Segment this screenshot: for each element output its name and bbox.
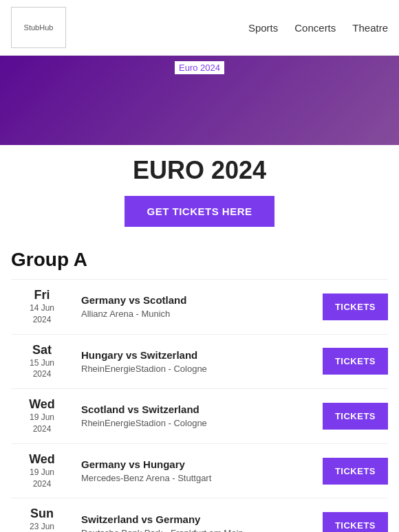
event-row: Wed 19 Jun2024 Scotland vs Switzerland R… <box>11 388 388 443</box>
event-matchup-0: Germany vs Scotland <box>81 294 314 306</box>
event-matchup-2: Scotland vs Switzerland <box>81 403 314 415</box>
main-nav: Sports Concerts Theatre <box>248 22 388 34</box>
event-row: Fri 14 Jun2024 Germany vs Scotland Allia… <box>11 279 388 334</box>
event-info-0: Germany vs Scotland Allianz Arena - Muni… <box>73 294 323 319</box>
group-a-section: Group A Fri 14 Jun2024 Germany vs Scotla… <box>0 232 399 532</box>
event-day-1: Sat <box>11 343 73 357</box>
tickets-button-3[interactable]: TICKETS <box>323 458 388 485</box>
event-date-detail-0: 14 Jun2024 <box>11 302 73 326</box>
breadcrumb: Euro 2024 <box>175 61 224 74</box>
event-info-1: Hungary vs Switzerland RheinEnergieStadi… <box>73 349 323 374</box>
tickets-button-2[interactable]: TICKETS <box>323 403 388 430</box>
event-date-0: Fri 14 Jun2024 <box>11 288 73 326</box>
event-venue-0: Allianz Arena - Munich <box>81 309 314 319</box>
event-row: Sat 15 Jun2024 Hungary vs Switzerland Rh… <box>11 334 388 389</box>
page-title: EURO 2024 <box>11 156 388 185</box>
event-date-2: Wed 19 Jun2024 <box>11 397 73 435</box>
event-row: Wed 19 Jun2024 Germany vs Hungary Merced… <box>11 443 388 498</box>
event-date-detail-2: 19 Jun2024 <box>11 412 73 435</box>
event-venue-4: Deutsche Bank Park - Frankfurt am Main <box>81 528 314 532</box>
event-day-4: Sun <box>11 507 73 521</box>
event-day-2: Wed <box>11 397 73 412</box>
hero-banner: Euro 2024 <box>0 56 399 145</box>
event-row: Sun 23 Jun2024 Switzerland vs Germany De… <box>11 498 388 532</box>
event-date-detail-3: 19 Jun2024 <box>11 467 73 490</box>
event-venue-2: RheinEnergieStadion - Cologne <box>81 418 314 428</box>
logo: StubHub <box>11 7 66 48</box>
tickets-button-1[interactable]: TICKETS <box>323 348 388 375</box>
logo-text: StubHub <box>24 23 54 32</box>
event-matchup-4: Switzerland vs Germany <box>81 513 314 525</box>
event-info-2: Scotland vs Switzerland RheinEnergieStad… <box>73 403 323 428</box>
event-day-3: Wed <box>11 452 73 467</box>
event-venue-1: RheinEnergieStadion - Cologne <box>81 364 314 374</box>
event-venue-3: Mercedes-Benz Arena - Stuttgart <box>81 473 314 483</box>
event-date-1: Sat 15 Jun2024 <box>11 343 73 381</box>
nav-item-sports[interactable]: Sports <box>248 22 278 34</box>
event-day-0: Fri <box>11 288 73 302</box>
event-info-4: Switzerland vs Germany Deutsche Bank Par… <box>73 513 323 532</box>
nav-item-theatre[interactable]: Theatre <box>352 22 388 34</box>
group-a-title: Group A <box>11 249 388 271</box>
event-date-4: Sun 23 Jun2024 <box>11 507 73 532</box>
nav-item-concerts[interactable]: Concerts <box>294 22 336 34</box>
event-date-detail-4: 23 Jun2024 <box>11 521 73 532</box>
events-list: Fri 14 Jun2024 Germany vs Scotland Allia… <box>11 279 388 532</box>
get-tickets-cta-button[interactable]: GET TICKETS HERE <box>125 196 274 227</box>
event-matchup-1: Hungary vs Switzerland <box>81 349 314 361</box>
tickets-button-4[interactable]: TICKETS <box>323 512 388 532</box>
event-date-3: Wed 19 Jun2024 <box>11 452 73 490</box>
event-info-3: Germany vs Hungary Mercedes-Benz Arena -… <box>73 458 323 483</box>
tickets-button-0[interactable]: TICKETS <box>323 293 388 320</box>
event-date-detail-1: 15 Jun2024 <box>11 357 73 381</box>
event-matchup-3: Germany vs Hungary <box>81 458 314 470</box>
site-header: StubHub Sports Concerts Theatre <box>0 0 399 56</box>
title-section: EURO 2024 GET TICKETS HERE <box>0 145 399 232</box>
